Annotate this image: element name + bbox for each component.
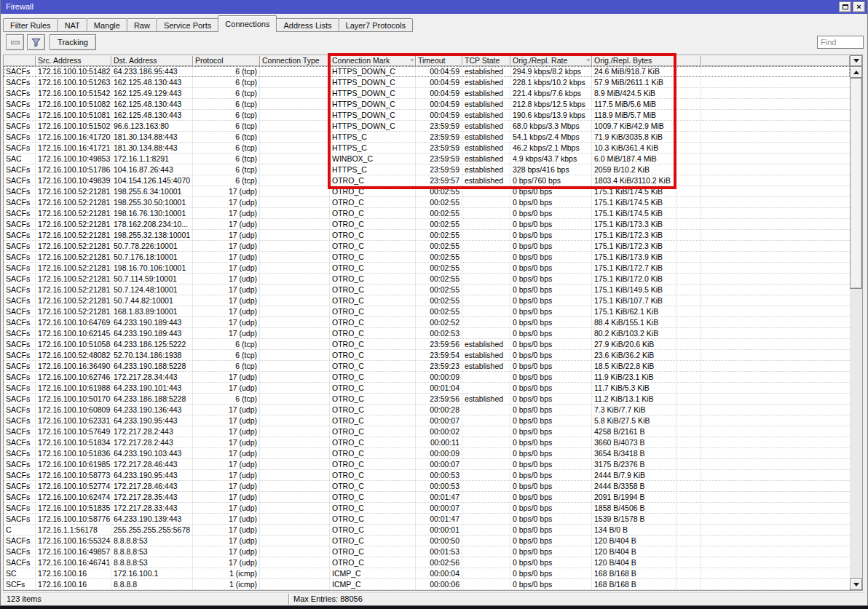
column-header-connection-type[interactable]: Connection Type bbox=[260, 55, 330, 66]
table-row[interactable]: SACFs172.16.100.16:41720181.30.134.88:44… bbox=[4, 132, 850, 143]
cell-timeout: 23:59:59 bbox=[416, 154, 462, 164]
filter-button[interactable] bbox=[27, 34, 45, 50]
vertical-scrollbar[interactable] bbox=[850, 66, 862, 590]
cell-protocol: 6 (tcp) bbox=[193, 88, 260, 98]
cell-tcp-state: established bbox=[462, 77, 510, 87]
cell-dst-address: 64.233.186.95:443 bbox=[111, 66, 193, 76]
cell-connection-mark: OTRO_C bbox=[330, 306, 416, 317]
column-header-timeout[interactable]: Timeout bbox=[416, 55, 462, 66]
scroll-up-button[interactable] bbox=[850, 66, 862, 78]
scroll-down-button[interactable] bbox=[850, 578, 862, 590]
tab-raw[interactable]: Raw bbox=[127, 18, 157, 32]
column-header-orig-repl-bytes[interactable]: Orig./Repl. Bytes bbox=[592, 55, 676, 66]
table-row[interactable]: SAC172.16.100.10:49853172.16.1.1:82916 (… bbox=[4, 154, 850, 164]
table-row[interactable]: SACFs172.16.100.16:467418.8.8.8:5317 (ud… bbox=[4, 557, 850, 568]
table-row[interactable]: SACFs172.16.100.52:21281198.255.30.50:10… bbox=[4, 197, 850, 208]
table-row[interactable]: SACFs172.16.100.52:2128150.7.124.48:1000… bbox=[4, 284, 850, 295]
column-header-flags[interactable] bbox=[4, 55, 36, 66]
tab-nat[interactable]: NAT bbox=[58, 18, 87, 32]
cell-orig-repl-rate: 0 bps/0 bps bbox=[510, 426, 592, 437]
table-row[interactable]: SACFs172.16.100.52:21281198.16.70.106:10… bbox=[4, 263, 850, 274]
table-row[interactable]: SACFs172.16.100.52:21281198.16.76.130:10… bbox=[4, 208, 850, 219]
table-row[interactable]: SACFs172.16.100.10:5877664.233.190.139:4… bbox=[4, 514, 850, 525]
table-row[interactable]: SACFs172.16.100.10:5877364.233.190.95:44… bbox=[4, 470, 850, 481]
maximize-button[interactable] bbox=[839, 1, 851, 12]
remove-button[interactable] bbox=[6, 34, 24, 50]
cell-tcp-state bbox=[462, 306, 510, 317]
cell-connection-type bbox=[260, 197, 330, 207]
table-row[interactable]: SACFs172.16.100.10:61985172.217.28.46:44… bbox=[4, 459, 850, 470]
cell-orig-repl-bytes: 175.1 KiB/172.3 KiB bbox=[592, 241, 676, 251]
table-row[interactable]: C172.16.1.1:56178255.255.255.255:567817 … bbox=[4, 525, 850, 536]
cell-orig-repl-bytes: 117.5 MiB/5.6 MiB bbox=[592, 99, 676, 109]
column-header-orig-repl-rate[interactable]: Orig./Repl. Rate bbox=[510, 55, 592, 66]
table-row[interactable]: SACFs172.16.100.16:3649064.233.190.188:5… bbox=[4, 361, 850, 372]
table-row[interactable]: SACFs172.16.100.10:5017064.233.186.188:5… bbox=[4, 394, 850, 405]
cell-flags: SACFs bbox=[4, 208, 36, 218]
table-row[interactable]: SACFs172.16.100.10:57649172.217.28.2:443… bbox=[4, 426, 850, 437]
tracking-button[interactable]: Tracking bbox=[50, 34, 96, 50]
table-row[interactable]: SACFs172.16.100.10:51081162.125.48.130:4… bbox=[4, 110, 850, 121]
table-row[interactable]: SACFs172.16.100.52:2128150.7.114.59:1000… bbox=[4, 274, 850, 284]
table-row[interactable]: SACFs172.16.100.52:4808252.70.134.186:19… bbox=[4, 350, 850, 361]
cell-protocol: 17 (udp) bbox=[193, 405, 260, 415]
table-row[interactable]: SACFs172.16.100.16:498578.8.8.8:5317 (ud… bbox=[4, 546, 850, 557]
table-row[interactable]: SACFs172.16.100.52:21281168.1.83.89:1000… bbox=[4, 306, 850, 317]
cell-flags: SACFs bbox=[4, 383, 36, 393]
find-input[interactable] bbox=[817, 36, 864, 49]
table-row[interactable]: SACFs172.16.100.52:21281198.255.32.138:1… bbox=[4, 230, 850, 241]
table-row[interactable]: SACFs172.16.100.10:51786104.16.87.26:443… bbox=[4, 164, 850, 175]
cell-tcp-state bbox=[462, 448, 510, 458]
table-row[interactable]: SACFs172.16.100.10:62474172.217.28.35:44… bbox=[4, 492, 850, 503]
column-header-connection-mark[interactable]: Connection Mark bbox=[330, 55, 416, 66]
column-header-spacer[interactable] bbox=[676, 55, 701, 66]
tab-address-lists[interactable]: Address Lists bbox=[276, 18, 339, 32]
table-row[interactable]: SACFs172.16.100.52:2128150.7.78.226:1000… bbox=[4, 241, 850, 252]
table-row[interactable]: SACFs172.16.100.10:5183664.233.190.103:4… bbox=[4, 448, 850, 459]
column-header-tcp-state[interactable]: TCP State bbox=[462, 55, 510, 66]
cell-spacer bbox=[676, 383, 701, 393]
close-icon: × bbox=[856, 2, 861, 12]
table-row[interactable]: SACFs172.16.100.16:41721181.30.134.88:44… bbox=[4, 143, 850, 154]
table-row[interactable]: SACFs172.16.100.10:6198864.233.190.101:4… bbox=[4, 383, 850, 394]
table-row[interactable]: SACFs172.16.100.10:51835172.217.28.33:44… bbox=[4, 503, 850, 514]
table-row[interactable]: SACFs172.16.100.10:51834172.217.28.2:443… bbox=[4, 437, 850, 448]
close-button[interactable]: × bbox=[853, 1, 865, 12]
tab-service-ports[interactable]: Service Ports bbox=[157, 18, 218, 32]
table-row[interactable]: SACFs172.16.100.10:6476964.233.190.189:4… bbox=[4, 317, 850, 328]
titlebar[interactable]: Firewall × bbox=[1, 0, 867, 14]
table-row[interactable]: SACFs172.16.100.10:49839104.154.126.145:… bbox=[4, 175, 850, 186]
table-row[interactable]: SACFs172.16.100.10:6214564.233.190.189:4… bbox=[4, 328, 850, 339]
table-row[interactable]: SACFs172.16.100.10:51542162.125.49.129:4… bbox=[4, 88, 850, 99]
column-header-dst-address[interactable]: Dst. Address bbox=[111, 55, 193, 66]
table-row[interactable]: SACFs172.16.100.10:51263162.125.48.130:4… bbox=[4, 77, 850, 88]
table-row[interactable]: SACFs172.16.100.10:5148264.233.186.95:44… bbox=[4, 66, 850, 77]
table-row[interactable]: SACFs172.16.100.10:62746172.217.28.34:44… bbox=[4, 372, 850, 383]
table-row[interactable]: SACFs172.16.100.52:2128150.7.44.82:10001… bbox=[4, 295, 850, 306]
table-row[interactable]: SACFs172.16.100.10:5150296.6.123.163:806… bbox=[4, 121, 850, 132]
table-row[interactable]: SACFs172.16.100.10:6080964.233.190.136:4… bbox=[4, 405, 850, 415]
column-chooser-button[interactable] bbox=[850, 55, 862, 66]
tab-layer7-protocols[interactable]: Layer7 Protocols bbox=[339, 18, 414, 32]
table-row[interactable]: SC172.16.100.16172.16.100.11 (icmp)ICMP_… bbox=[4, 568, 850, 579]
table-row[interactable]: SCFs172.16.100.168.8.8.81 (icmp)ICMP_C00… bbox=[4, 579, 850, 590]
column-header-protocol[interactable]: Protocol bbox=[193, 55, 260, 66]
table-row[interactable]: SACFs172.16.100.10:5105864.233.186.125:5… bbox=[4, 339, 850, 350]
table-row[interactable]: SACFs172.16.100.10:6233164.233.190.95:44… bbox=[4, 415, 850, 426]
table-row[interactable]: SACFs172.16.100.52:21281178.162.208.234:… bbox=[4, 219, 850, 230]
cell-empty bbox=[701, 241, 850, 251]
tab-connections[interactable]: Connections bbox=[218, 15, 277, 32]
cell-connection-mark: HTTPS_C bbox=[330, 164, 416, 175]
table-row[interactable]: SACFs172.16.100.10:51082162.125.48.130:4… bbox=[4, 99, 850, 110]
table-row[interactable]: SACFs172.16.100.52:21281198.255.6.34:100… bbox=[4, 186, 850, 197]
table-row[interactable]: SACFs172.16.100.16:553248.8.8.8:5317 (ud… bbox=[4, 536, 850, 546]
cell-src-address: 172.16.100.52:21281 bbox=[36, 208, 111, 218]
scrollbar-thumb[interactable] bbox=[850, 78, 862, 289]
cell-spacer bbox=[676, 295, 701, 306]
tab-mangle[interactable]: Mangle bbox=[87, 18, 127, 32]
column-header-src-address[interactable]: Src. Address bbox=[36, 55, 111, 66]
table-row[interactable]: SACFs172.16.100.10:52774172.217.28.46:44… bbox=[4, 481, 850, 492]
table-row[interactable]: SACFs172.16.100.52:2128150.7.176.18:1000… bbox=[4, 252, 850, 263]
cell-tcp-state bbox=[462, 252, 510, 262]
tab-filter-rules[interactable]: Filter Rules bbox=[3, 18, 58, 32]
